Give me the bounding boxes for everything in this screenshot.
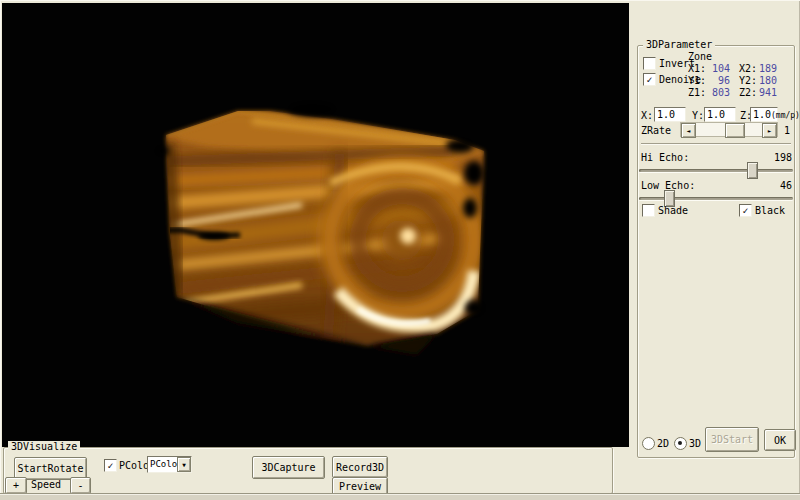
- scale-unit-label: (mm/p): [771, 110, 800, 121]
- x-scale-label: X:: [641, 110, 653, 121]
- record-3d-button[interactable]: Record3D: [332, 456, 388, 478]
- ultrasound-volume-render: [2, 3, 629, 447]
- mode-2d-radio[interactable]: [642, 437, 655, 450]
- parameter-group-title: 3DParameter: [643, 39, 715, 50]
- y-scale-input[interactable]: [704, 107, 736, 122]
- speed-label: Speed: [31, 479, 61, 490]
- zone-x2-value: 189: [757, 63, 777, 74]
- pcolor-checkbox[interactable]: ✓: [104, 459, 117, 472]
- zone-y2-value: 180: [757, 75, 777, 86]
- speed-plus-button[interactable]: +: [5, 477, 27, 494]
- pcolor-check-glyph: ✓: [107, 461, 113, 470]
- denoise-checkbox[interactable]: ✓: [643, 73, 656, 86]
- y-scale-label: Y:: [692, 110, 704, 121]
- zone-x1-value: 104: [706, 63, 730, 74]
- zone-z1-label: Z1:: [688, 87, 706, 98]
- zone-z2-value: 941: [757, 87, 777, 98]
- low-echo-slider-track[interactable]: [639, 197, 793, 200]
- black-check-glyph: ✓: [742, 206, 748, 215]
- zrate-scroll-thumb[interactable]: [725, 123, 745, 138]
- zone-x1-label: X1:: [688, 63, 706, 74]
- low-echo-value: 46: [760, 180, 792, 191]
- zrate-scrollbar[interactable]: ◄ ►: [680, 122, 778, 137]
- start-3d-button[interactable]: 3DStart: [705, 427, 759, 452]
- invert-checkbox[interactable]: [643, 57, 656, 70]
- zone-z1-value: 803: [706, 87, 730, 98]
- panel-divider: [641, 143, 791, 145]
- zone-y1-value: 96: [706, 75, 730, 86]
- zone-z2-label: Z2:: [739, 87, 757, 98]
- render-viewport[interactable]: [2, 3, 629, 447]
- zrate-value: 1: [784, 125, 790, 136]
- black-label: Black: [755, 205, 785, 216]
- x-scale-input[interactable]: [654, 107, 686, 122]
- hi-echo-label: Hi Echo:: [641, 152, 689, 163]
- hi-echo-slider-thumb[interactable]: [747, 162, 758, 179]
- scroll-left-icon: ◄: [687, 128, 691, 134]
- pcolor-combo-dropdown-button[interactable]: ▼: [177, 457, 191, 472]
- capture-3d-button[interactable]: 3DCapture: [252, 456, 325, 479]
- scroll-right-icon: ►: [768, 128, 772, 134]
- zone-x2-label: X2:: [739, 63, 757, 74]
- black-checkbox[interactable]: ✓: [739, 204, 752, 217]
- shade-label: Shade: [658, 205, 688, 216]
- denoise-check-glyph: ✓: [646, 75, 652, 84]
- app-window: 3DParameter Invert ✓ Denoise Zone X1: 10…: [0, 0, 800, 500]
- hi-echo-slider-track[interactable]: [639, 169, 793, 172]
- mode-3d-radio[interactable]: [674, 437, 687, 450]
- zone-title: Zone: [688, 51, 712, 62]
- hi-echo-value: 198: [760, 152, 792, 163]
- pcolor-combobox[interactable]: PColor ▼: [147, 456, 192, 473]
- shade-checkbox[interactable]: [642, 204, 655, 217]
- window-bottom-edge: [0, 493, 800, 500]
- zone-y2-label: Y2:: [739, 75, 757, 86]
- mode-3d-label: 3D: [689, 438, 701, 449]
- ok-button[interactable]: OK: [764, 429, 796, 451]
- zrate-scroll-left-button[interactable]: ◄: [681, 123, 696, 138]
- speed-minus-button[interactable]: -: [70, 477, 91, 494]
- mode-2d-label: 2D: [657, 438, 669, 449]
- zrate-scroll-right-button[interactable]: ►: [762, 123, 777, 138]
- zone-y1-label: Y1:: [688, 75, 706, 86]
- zrate-label: ZRate: [641, 125, 671, 136]
- chevron-down-icon: ▼: [182, 462, 186, 468]
- visualize-group-title: 3DVisualize: [8, 441, 80, 452]
